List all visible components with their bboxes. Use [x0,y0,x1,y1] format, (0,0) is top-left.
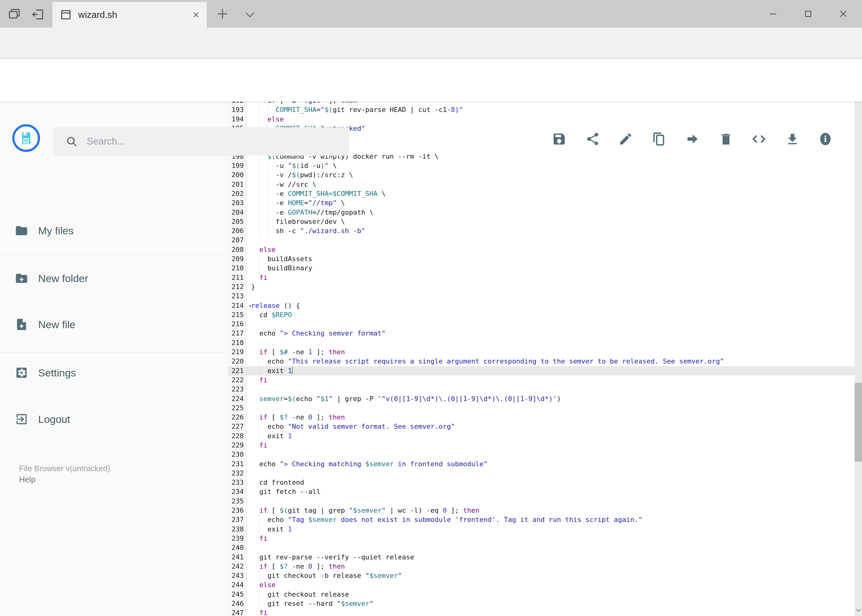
code-line[interactable]: 207 [228,236,855,245]
code-line[interactable]: 193 COMMIT_SHA="$(git rev-parse HEAD | c… [228,105,855,115]
code-line[interactable]: 233 cd frontend [228,478,855,487]
code-line[interactable]: 218 [228,338,855,347]
move-button[interactable] [685,132,700,146]
raw-editor-toggle-button[interactable] [752,132,766,146]
sidebar: My files New folder New file Settin [0,102,228,616]
code-line[interactable]: 232 [228,469,855,478]
app-header [0,58,862,102]
new-tab-button[interactable] [216,7,230,21]
code-line[interactable]: 203 -e HOME="//tmp" \ [228,198,855,207]
line-number: 240 [228,543,247,552]
delete-button[interactable] [719,132,733,146]
text-cursor [292,367,293,374]
code-line[interactable]: 213 [228,292,855,301]
code-line[interactable]: 199 -u "$(id -u)" \ [228,161,855,170]
search-box[interactable] [53,127,349,156]
code-line[interactable]: 228 exit 1 [228,432,855,441]
sidebar-item-settings[interactable]: Settings [0,358,228,388]
line-number: 225 [228,404,247,413]
code-line[interactable]: 192 if [ -d ".git" ]; then [228,102,855,105]
code-editor[interactable]: 192 if [ -d ".git" ]; then193 COMMIT_SHA… [228,102,855,616]
code-line[interactable]: 212} [228,282,855,292]
search-input[interactable] [86,136,349,147]
code-line[interactable]: 206 sh -c "./wizard.sh -b" [228,226,855,236]
code-line[interactable]: 244 else [228,580,855,589]
line-number: 206 [228,226,247,236]
code-line[interactable]: 223 [228,385,855,394]
tab-close-icon[interactable] [192,11,200,19]
code-line[interactable]: 237 echo "Tag $semver does not exist in … [228,515,855,524]
code-line[interactable]: 210 buildBinary [228,264,855,273]
info-button[interactable] [818,132,833,146]
code-line[interactable]: 227 echo "Not valid semver format. See s… [228,422,855,431]
code-line[interactable]: 208 else [228,245,855,255]
rename-button[interactable] [618,132,633,146]
code-line[interactable]: 194 else [228,115,855,124]
scroll-down-button[interactable] [855,607,862,614]
line-number: 232 [228,469,247,478]
code-line[interactable]: 234 git fetch --all [228,487,855,497]
line-number: 236 [228,506,247,515]
code-line[interactable]: 236 if [ $(git tag | grep "$semver" | wc… [228,506,855,515]
code-line[interactable]: 205 filebrowser/dev \ [228,217,855,226]
window-minimize-button[interactable] [759,3,787,25]
window-close-button[interactable] [829,3,857,25]
sidebar-item-new-file[interactable]: New file [0,310,228,339]
sidebar-divider [0,352,227,352]
code-line[interactable]: 239 fi [228,534,855,543]
set-tabs-aside-icon[interactable] [31,7,45,22]
line-number: 217 [228,329,247,338]
code-line[interactable]: 225 [228,404,855,413]
create-folder-icon [15,272,28,285]
copy-button[interactable] [652,132,667,146]
code-line[interactable]: 220 echo "This release script requires a… [228,357,855,366]
scrollbar-thumb[interactable] [855,383,862,462]
code-line[interactable]: 201 -w //src \ [228,180,855,189]
sidebar-item-logout[interactable]: Logout [0,404,228,434]
window-maximize-button[interactable] [794,3,822,25]
code-line[interactable]: 202 -e COMMIT_SHA=$COMMIT_SHA \ [228,189,855,198]
code-line[interactable]: 243 git checkout -b release "$semver" [228,571,855,580]
code-line[interactable]: 209 buildAssets [228,255,855,264]
tab-list-caret-icon[interactable] [244,11,256,19]
app-version-link[interactable]: File Browser v(untracked) [19,464,110,473]
fold-arrow-icon[interactable]: ▾ [249,302,251,311]
code-line[interactable]: 230 [228,450,855,459]
filebrowser-logo[interactable] [12,124,40,152]
code-line[interactable]: 222 fi [228,376,855,385]
code-line[interactable]: 217 echo "> Checking semver format" [228,329,855,338]
save-button[interactable] [552,132,567,146]
code-line[interactable]: 200 -v /$(pwd):/src:z \ [228,170,855,179]
line-number: 213 [228,292,247,301]
code-line[interactable]: 242 if [ $? -ne 0 ]; then [228,562,855,571]
line-number: 222 [228,376,247,385]
code-line[interactable]: 238 exit 1 [228,525,855,534]
code-line[interactable]: 211 fi [228,273,855,282]
sidebar-item-my-files[interactable]: My files [0,216,228,245]
code-line[interactable]: 229 fi [228,441,855,450]
help-link[interactable]: Help [19,475,35,484]
sidebar-item-new-folder[interactable]: New folder [0,264,228,293]
code-line[interactable]: 221 exit 1 [228,366,855,376]
code-line[interactable]: 246 git reset --hard "$semver" [228,599,855,608]
code-line[interactable]: 240 [228,543,855,552]
share-button[interactable] [585,132,600,146]
code-line[interactable]: 216 [228,319,855,329]
code-line[interactable]: 247 fi [228,608,855,616]
tab-preview-icon[interactable] [7,7,22,22]
code-line[interactable]: 245 git checkout release [228,590,855,599]
code-line[interactable]: 204 -e GOPATH=//tmp/gopath \ [228,208,855,217]
code-line[interactable]: 215 cd $REPO [228,310,855,319]
page-scrollbar[interactable] [855,58,862,616]
code-line[interactable]: 231 echo "> Checking matching $semver in… [228,459,855,469]
browser-tab[interactable]: wizard.sh [52,2,207,28]
code-line[interactable]: 224 semver=$(echo "$1" | grep -P '^v(0|[… [228,394,855,404]
code-line[interactable]: 241 git rev-parse --verify --quiet relea… [228,553,855,562]
line-number: 241 [228,553,247,562]
code-line[interactable]: 235 [228,497,855,506]
code-line[interactable]: 226 if [ $? -ne 0 ]; then [228,413,855,422]
code-line[interactable]: 219 if [ $# -ne 1 ]; then [228,347,855,357]
line-number: 227 [228,422,247,431]
download-button[interactable] [785,132,800,146]
code-line[interactable]: 214▾release () { [228,301,855,310]
